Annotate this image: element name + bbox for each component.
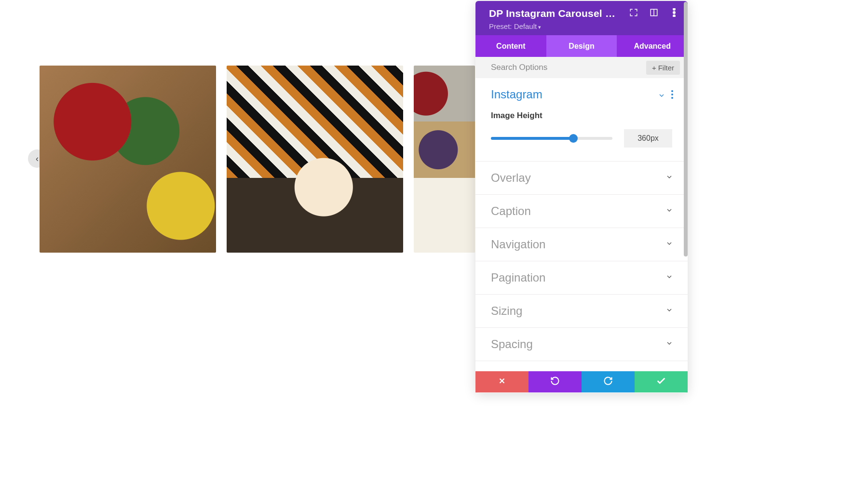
chevron-down-icon (665, 173, 673, 183)
chevron-down-icon (665, 206, 673, 216)
section-sizing: Sizing (475, 295, 688, 328)
tab-advanced[interactable]: Advanced (617, 35, 688, 57)
sections-list: Instagram Image Height (475, 78, 688, 364)
close-icon (498, 377, 506, 388)
carousel-track (40, 66, 475, 253)
chevron-down-icon (665, 273, 673, 283)
section-toggle-navigation[interactable]: Navigation (475, 228, 688, 261)
layout-icon[interactable] (649, 8, 659, 17)
section-overlay: Overlay (475, 162, 688, 195)
carousel-slide[interactable] (40, 66, 216, 253)
svg-point-2 (673, 12, 675, 13)
section-border: Border (475, 361, 688, 364)
tab-design[interactable]: Design (546, 35, 617, 57)
expand-icon[interactable] (629, 8, 638, 17)
chevron-left-icon: ‹ (36, 154, 39, 164)
undo-button[interactable] (529, 371, 582, 392)
section-toggle-sizing[interactable]: Sizing (475, 295, 688, 327)
redo-icon (603, 376, 613, 388)
scrollbar[interactable] (684, 78, 688, 256)
undo-icon (550, 376, 560, 388)
section-spacing: Spacing (475, 328, 688, 361)
search-input[interactable] (491, 63, 646, 72)
image-height-input[interactable] (624, 129, 672, 148)
section-pagination: Pagination (475, 261, 688, 295)
save-button[interactable] (635, 371, 688, 392)
section-options-icon[interactable] (671, 90, 673, 99)
page-preview: ‹ (0, 0, 475, 499)
image-height-slider[interactable] (491, 137, 612, 140)
section-navigation: Navigation (475, 228, 688, 261)
chevron-down-icon (665, 339, 673, 349)
check-icon (656, 376, 666, 389)
section-toggle-instagram[interactable]: Instagram (475, 78, 688, 111)
settings-panel: DP Instagram Carousel Setti… Preset: Def… (475, 1, 688, 393)
svg-point-3 (673, 15, 675, 17)
section-toggle-border[interactable]: Border (475, 361, 688, 364)
chevron-down-icon (665, 306, 673, 316)
search-bar: + Filter (475, 57, 688, 78)
image-height-control (491, 129, 672, 148)
carousel-slide[interactable] (227, 66, 403, 253)
tab-bar: Content Design Advanced (475, 35, 688, 57)
tab-content[interactable]: Content (475, 35, 546, 57)
section-toggle-spacing[interactable]: Spacing (475, 328, 688, 361)
preset-dropdown[interactable]: Preset: Default (489, 22, 679, 30)
filter-button[interactable]: + Filter (646, 61, 680, 75)
panel-header: DP Instagram Carousel Setti… Preset: Def… (475, 1, 688, 35)
panel-footer (475, 371, 688, 392)
plus-icon: + (652, 64, 656, 72)
section-toggle-overlay[interactable]: Overlay (475, 162, 688, 194)
svg-point-1 (673, 8, 675, 10)
section-toggle-caption[interactable]: Caption (475, 195, 688, 228)
cancel-button[interactable] (475, 371, 529, 392)
chevron-up-icon (658, 90, 665, 99)
panel-title: DP Instagram Carousel Setti… (489, 8, 615, 19)
menu-icon[interactable] (669, 8, 679, 17)
section-instagram: Instagram Image Height (475, 78, 688, 162)
section-caption: Caption (475, 195, 688, 228)
chevron-down-icon (665, 240, 673, 249)
filter-label: Filter (658, 64, 674, 72)
redo-button[interactable] (582, 371, 635, 392)
carousel-slide[interactable] (414, 66, 475, 253)
image-height-label: Image Height (491, 111, 672, 121)
section-toggle-pagination[interactable]: Pagination (475, 261, 688, 294)
